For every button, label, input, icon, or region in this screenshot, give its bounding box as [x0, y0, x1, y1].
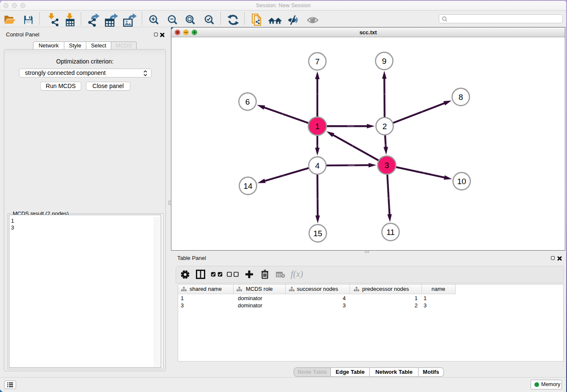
- svg-text:8: 8: [459, 93, 463, 102]
- svg-text:15: 15: [313, 229, 322, 238]
- svg-text:14: 14: [243, 182, 253, 190]
- svg-text:4: 4: [315, 161, 320, 170]
- svg-text:9: 9: [382, 57, 387, 66]
- svg-text:3: 3: [385, 161, 389, 170]
- svg-text:10: 10: [457, 177, 466, 186]
- svg-text:7: 7: [315, 57, 320, 66]
- svg-text:11: 11: [386, 228, 395, 237]
- svg-text:1: 1: [315, 122, 320, 131]
- svg-text:2: 2: [383, 122, 387, 131]
- svg-text:6: 6: [245, 97, 250, 106]
